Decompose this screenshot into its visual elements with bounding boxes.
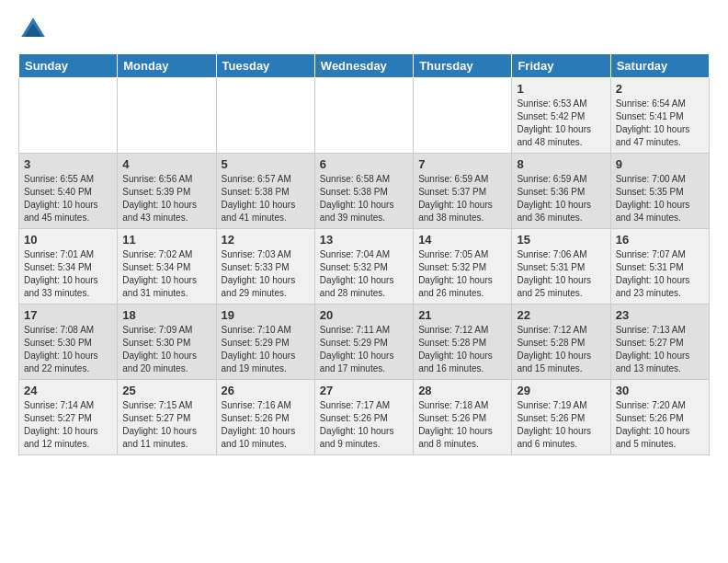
day-cell: 17Sunrise: 7:08 AM Sunset: 5:30 PM Dayli… bbox=[19, 304, 118, 380]
day-info: Sunrise: 7:06 AM Sunset: 5:31 PM Dayligh… bbox=[517, 248, 605, 300]
page: SundayMondayTuesdayWednesdayThursdayFrid… bbox=[0, 0, 728, 470]
day-info: Sunrise: 7:01 AM Sunset: 5:34 PM Dayligh… bbox=[24, 248, 112, 300]
day-number: 18 bbox=[122, 308, 210, 322]
logo-icon bbox=[18, 15, 48, 44]
day-info: Sunrise: 7:18 AM Sunset: 5:26 PM Dayligh… bbox=[418, 399, 506, 451]
day-cell: 5Sunrise: 6:57 AM Sunset: 5:38 PM Daylig… bbox=[216, 154, 314, 229]
day-info: Sunrise: 7:19 AM Sunset: 5:26 PM Dayligh… bbox=[517, 399, 605, 451]
day-number: 20 bbox=[320, 308, 408, 322]
day-cell: 28Sunrise: 7:18 AM Sunset: 5:26 PM Dayli… bbox=[414, 380, 512, 455]
day-info: Sunrise: 6:59 AM Sunset: 5:37 PM Dayligh… bbox=[418, 173, 506, 224]
day-number: 2 bbox=[616, 82, 704, 96]
day-info: Sunrise: 6:54 AM Sunset: 5:41 PM Dayligh… bbox=[616, 98, 704, 149]
week-row: 24Sunrise: 7:14 AM Sunset: 5:27 PM Dayli… bbox=[19, 380, 710, 455]
day-info: Sunrise: 7:05 AM Sunset: 5:32 PM Dayligh… bbox=[418, 248, 506, 300]
day-cell: 8Sunrise: 6:59 AM Sunset: 5:36 PM Daylig… bbox=[512, 154, 610, 229]
day-info: Sunrise: 7:00 AM Sunset: 5:35 PM Dayligh… bbox=[616, 173, 704, 224]
day-cell: 26Sunrise: 7:16 AM Sunset: 5:26 PM Dayli… bbox=[216, 380, 314, 455]
day-info: Sunrise: 7:14 AM Sunset: 5:27 PM Dayligh… bbox=[24, 399, 112, 451]
day-info: Sunrise: 7:07 AM Sunset: 5:31 PM Dayligh… bbox=[616, 248, 704, 300]
day-cell bbox=[216, 78, 314, 154]
day-header: Monday bbox=[118, 54, 216, 78]
day-number: 25 bbox=[122, 384, 210, 397]
day-info: Sunrise: 7:12 AM Sunset: 5:28 PM Dayligh… bbox=[517, 324, 605, 375]
day-cell bbox=[414, 78, 512, 154]
day-cell: 3Sunrise: 6:55 AM Sunset: 5:40 PM Daylig… bbox=[19, 154, 118, 229]
day-number: 5 bbox=[222, 157, 310, 171]
day-cell: 20Sunrise: 7:11 AM Sunset: 5:29 PM Dayli… bbox=[314, 304, 413, 380]
day-number: 7 bbox=[418, 157, 506, 171]
header bbox=[18, 15, 710, 44]
header-row: SundayMondayTuesdayWednesdayThursdayFrid… bbox=[19, 54, 710, 78]
day-header: Wednesday bbox=[314, 54, 413, 78]
day-header: Tuesday bbox=[216, 54, 314, 78]
day-number: 10 bbox=[24, 233, 112, 247]
day-number: 27 bbox=[320, 384, 408, 397]
day-info: Sunrise: 7:15 AM Sunset: 5:27 PM Dayligh… bbox=[122, 399, 210, 451]
day-number: 16 bbox=[616, 233, 704, 247]
day-cell: 13Sunrise: 7:04 AM Sunset: 5:32 PM Dayli… bbox=[314, 229, 413, 304]
day-header: Sunday bbox=[19, 54, 118, 78]
day-info: Sunrise: 6:57 AM Sunset: 5:38 PM Dayligh… bbox=[222, 173, 310, 224]
day-number: 13 bbox=[320, 233, 408, 247]
day-info: Sunrise: 6:55 AM Sunset: 5:40 PM Dayligh… bbox=[24, 173, 112, 224]
day-info: Sunrise: 7:13 AM Sunset: 5:27 PM Dayligh… bbox=[616, 324, 704, 375]
day-number: 6 bbox=[320, 157, 408, 171]
day-cell bbox=[118, 78, 216, 154]
day-cell: 25Sunrise: 7:15 AM Sunset: 5:27 PM Dayli… bbox=[118, 380, 216, 455]
day-cell: 22Sunrise: 7:12 AM Sunset: 5:28 PM Dayli… bbox=[512, 304, 610, 380]
day-cell: 14Sunrise: 7:05 AM Sunset: 5:32 PM Dayli… bbox=[414, 229, 512, 304]
day-info: Sunrise: 6:53 AM Sunset: 5:42 PM Dayligh… bbox=[517, 98, 605, 149]
day-cell: 16Sunrise: 7:07 AM Sunset: 5:31 PM Dayli… bbox=[610, 229, 709, 304]
day-number: 9 bbox=[616, 157, 704, 171]
week-row: 10Sunrise: 7:01 AM Sunset: 5:34 PM Dayli… bbox=[19, 229, 710, 304]
day-number: 22 bbox=[517, 308, 605, 322]
day-info: Sunrise: 6:58 AM Sunset: 5:38 PM Dayligh… bbox=[320, 173, 408, 224]
day-cell: 18Sunrise: 7:09 AM Sunset: 5:30 PM Dayli… bbox=[118, 304, 216, 380]
day-number: 17 bbox=[24, 308, 112, 322]
day-cell: 19Sunrise: 7:10 AM Sunset: 5:29 PM Dayli… bbox=[216, 304, 314, 380]
week-row: 1Sunrise: 6:53 AM Sunset: 5:42 PM Daylig… bbox=[19, 78, 710, 154]
day-number: 3 bbox=[24, 157, 112, 171]
day-cell: 6Sunrise: 6:58 AM Sunset: 5:38 PM Daylig… bbox=[314, 154, 413, 229]
day-cell: 1Sunrise: 6:53 AM Sunset: 5:42 PM Daylig… bbox=[512, 78, 610, 154]
day-number: 15 bbox=[517, 233, 605, 247]
day-cell: 29Sunrise: 7:19 AM Sunset: 5:26 PM Dayli… bbox=[512, 380, 610, 455]
day-number: 19 bbox=[222, 308, 310, 322]
day-info: Sunrise: 6:56 AM Sunset: 5:39 PM Dayligh… bbox=[122, 173, 210, 224]
day-cell: 11Sunrise: 7:02 AM Sunset: 5:34 PM Dayli… bbox=[118, 229, 216, 304]
day-info: Sunrise: 6:59 AM Sunset: 5:36 PM Dayligh… bbox=[517, 173, 605, 224]
day-info: Sunrise: 7:08 AM Sunset: 5:30 PM Dayligh… bbox=[24, 324, 112, 375]
day-header: Thursday bbox=[414, 54, 512, 78]
day-cell: 7Sunrise: 6:59 AM Sunset: 5:37 PM Daylig… bbox=[414, 154, 512, 229]
day-info: Sunrise: 7:11 AM Sunset: 5:29 PM Dayligh… bbox=[320, 324, 408, 375]
day-cell bbox=[19, 78, 118, 154]
day-info: Sunrise: 7:17 AM Sunset: 5:26 PM Dayligh… bbox=[320, 399, 408, 451]
day-info: Sunrise: 7:03 AM Sunset: 5:33 PM Dayligh… bbox=[222, 248, 310, 300]
day-cell: 12Sunrise: 7:03 AM Sunset: 5:33 PM Dayli… bbox=[216, 229, 314, 304]
day-cell: 23Sunrise: 7:13 AM Sunset: 5:27 PM Dayli… bbox=[610, 304, 709, 380]
week-row: 17Sunrise: 7:08 AM Sunset: 5:30 PM Dayli… bbox=[19, 304, 710, 380]
day-cell: 10Sunrise: 7:01 AM Sunset: 5:34 PM Dayli… bbox=[19, 229, 118, 304]
day-info: Sunrise: 7:12 AM Sunset: 5:28 PM Dayligh… bbox=[418, 324, 506, 375]
week-row: 3Sunrise: 6:55 AM Sunset: 5:40 PM Daylig… bbox=[19, 154, 710, 229]
day-number: 1 bbox=[517, 82, 605, 96]
day-cell: 27Sunrise: 7:17 AM Sunset: 5:26 PM Dayli… bbox=[314, 380, 413, 455]
day-cell: 30Sunrise: 7:20 AM Sunset: 5:26 PM Dayli… bbox=[610, 380, 709, 455]
day-number: 30 bbox=[616, 384, 704, 397]
logo bbox=[18, 15, 51, 44]
day-header: Saturday bbox=[610, 54, 709, 78]
day-header: Friday bbox=[512, 54, 610, 78]
day-number: 14 bbox=[418, 233, 506, 247]
day-cell: 2Sunrise: 6:54 AM Sunset: 5:41 PM Daylig… bbox=[610, 78, 709, 154]
day-number: 24 bbox=[24, 384, 112, 397]
day-number: 26 bbox=[222, 384, 310, 397]
day-cell bbox=[314, 78, 413, 154]
day-number: 28 bbox=[418, 384, 506, 397]
day-number: 12 bbox=[222, 233, 310, 247]
day-cell: 9Sunrise: 7:00 AM Sunset: 5:35 PM Daylig… bbox=[610, 154, 709, 229]
day-number: 29 bbox=[517, 384, 605, 397]
day-cell: 21Sunrise: 7:12 AM Sunset: 5:28 PM Dayli… bbox=[414, 304, 512, 380]
day-number: 21 bbox=[418, 308, 506, 322]
day-cell: 4Sunrise: 6:56 AM Sunset: 5:39 PM Daylig… bbox=[118, 154, 216, 229]
